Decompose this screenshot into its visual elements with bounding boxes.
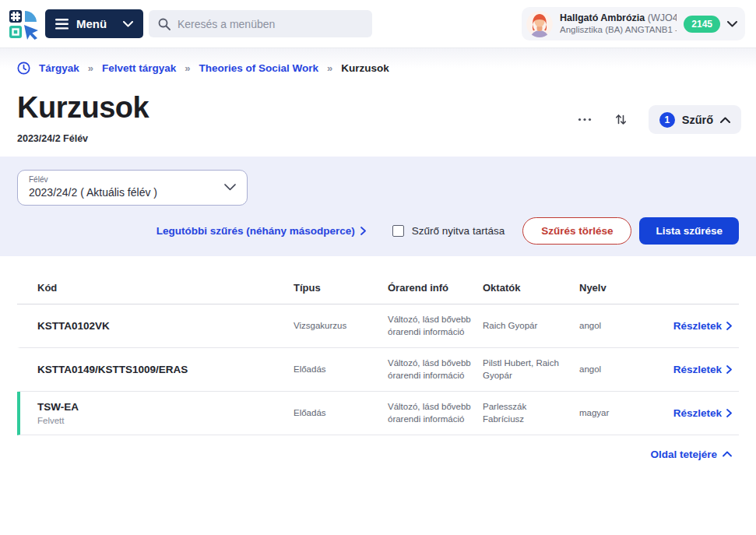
course-type: Előadás: [294, 407, 388, 419]
notification-badge: 2145: [684, 16, 720, 33]
details-link[interactable]: Részletek: [673, 320, 732, 332]
course-language: angol: [579, 363, 654, 375]
user-info: Hallgató Ambrózia (WJO4G3) Anglisztika (…: [560, 12, 677, 36]
chevron-right-icon: [360, 227, 366, 235]
chevron-up-icon: [720, 117, 730, 123]
keep-filter-open-group: Szűrő nyitva tartása: [392, 225, 505, 237]
history-clock-icon: [17, 62, 30, 75]
menu-label: Menü: [76, 17, 107, 30]
breadcrumb-targyak[interactable]: Tárgyak: [39, 62, 79, 74]
table-row: KSTTA0149/KSTTS1009/ERAS Előadás Változó…: [17, 348, 739, 392]
neptun-logo-icon: [8, 9, 39, 40]
clear-filter-button[interactable]: Szűrés törlése: [522, 217, 631, 245]
course-teachers: Pilstl Hubert, Raich Gyopár: [483, 357, 579, 382]
sort-icon[interactable]: [614, 112, 628, 127]
column-header-type: Típus: [294, 282, 388, 294]
breadcrumb: Tárgyak » Felvett tárgyak » Theories of …: [0, 48, 756, 81]
user-neptun-code: (WJO4G3): [648, 12, 677, 23]
table-row-enrolled: TSW-EA Felvett Előadás Változó, lásd bőv…: [17, 392, 739, 435]
title-actions: 1 Szűrő: [576, 105, 741, 134]
menu-button[interactable]: Menü: [45, 9, 143, 38]
filter-count-badge: 1: [659, 112, 675, 128]
breadcrumb-separator: »: [327, 62, 332, 74]
chevron-up-icon: [723, 451, 732, 457]
hamburger-icon: [55, 19, 69, 30]
details-label: Részletek: [673, 407, 722, 419]
courses-table: Kód Típus Órarend infó Oktatók Nyelv KST…: [17, 256, 739, 435]
column-header-teachers: Oktatók: [483, 282, 579, 294]
course-type: Vizsgakurzus: [294, 319, 388, 332]
semester-select[interactable]: Félév 2023/24/2 ( Aktuális félév ): [17, 170, 248, 206]
search-field[interactable]: [178, 18, 363, 30]
course-schedule: Változó, lásd bővebb órarendi információ: [388, 313, 483, 338]
apply-filter-button[interactable]: Lista szűrése: [639, 217, 739, 245]
keep-filter-open-label: Szűrő nyitva tartása: [412, 225, 505, 237]
details-label: Részletek: [673, 320, 722, 332]
user-program: Anglisztika (BA) ANGTANB1 - alapkép...: [560, 24, 677, 35]
chevron-right-icon: [726, 365, 732, 374]
breadcrumb-felvett-targyak[interactable]: Felvett tárgyak: [102, 62, 176, 74]
top-header: Menü Hallgató: [0, 0, 756, 48]
breadcrumb-subject[interactable]: Theories of Social Work: [199, 62, 319, 74]
user-menu[interactable]: Hallgató Ambrózia (WJO4G3) Anglisztika (…: [522, 7, 745, 40]
filter-actions: Legutóbbi szűrés (néhány másodperce) Szű…: [17, 217, 739, 245]
course-language: magyar: [579, 407, 654, 419]
course-type: Előadás: [294, 363, 388, 375]
details-link[interactable]: Részletek: [673, 364, 732, 375]
title-block: Kurzusok 2023/24/2 Félév: [17, 92, 149, 144]
semester-select-label: Félév: [29, 175, 236, 184]
search-icon: [158, 18, 171, 30]
chevron-down-icon: [224, 184, 236, 191]
page-subtitle: 2023/24/2 Félév: [17, 133, 149, 144]
table-row: KSTTA0102VK Vizsgakurzus Változó, lásd b…: [17, 304, 739, 348]
back-to-top-label: Oldal tetejére: [650, 449, 717, 460]
column-header-code: Kód: [37, 282, 294, 294]
chevron-down-icon: [727, 21, 737, 27]
course-code: KSTTA0149/KSTTS1009/ERAS: [37, 364, 284, 375]
recent-filter-link[interactable]: Legutóbbi szűrés (néhány másodperce): [156, 225, 366, 237]
details-link[interactable]: Részletek: [673, 407, 732, 419]
breadcrumb-current: Kurzusok: [341, 62, 389, 74]
course-code: TSW-EA: [37, 401, 284, 413]
search-input[interactable]: [149, 10, 372, 37]
back-to-top: Oldal tetejére: [0, 447, 732, 461]
breadcrumb-separator: »: [88, 62, 93, 74]
title-row: Kurzusok 2023/24/2 Félév 1 Szűrő: [0, 81, 756, 144]
course-language: angol: [579, 319, 654, 332]
chevron-right-icon: [726, 322, 732, 330]
chevron-right-icon: [726, 409, 732, 417]
course-status: Felvett: [37, 416, 284, 425]
breadcrumb-separator: »: [185, 62, 190, 74]
back-to-top-link[interactable]: Oldal tetejére: [650, 449, 732, 460]
avatar: [526, 11, 553, 37]
column-header-language: Nyelv: [579, 282, 654, 294]
course-schedule: Változó, lásd bővebb órarendi információ: [388, 400, 483, 425]
page-title: Kurzusok: [17, 92, 149, 125]
semester-select-value: 2023/24/2 ( Aktuális félév ): [29, 186, 236, 199]
course-code: KSTTA0102VK: [37, 320, 284, 332]
table-header: Kód Típus Órarend infó Oktatók Nyelv: [17, 256, 739, 304]
course-schedule: Változó, lásd bővebb órarendi információ: [388, 357, 483, 382]
filter-button[interactable]: 1 Szűrő: [649, 105, 741, 134]
recent-filter-label: Legutóbbi szűrés (néhány másodperce): [156, 225, 355, 237]
course-teachers: Raich Gyopár: [483, 319, 579, 332]
filter-panel: Félév 2023/24/2 ( Aktuális félév ) Legut…: [0, 157, 756, 256]
column-header-schedule: Órarend infó: [388, 282, 483, 294]
user-name: Hallgató Ambrózia: [560, 12, 645, 23]
filter-label: Szűrő: [682, 114, 713, 126]
chevron-down-icon: [123, 21, 133, 27]
keep-filter-open-checkbox[interactable]: [392, 225, 404, 237]
more-options-icon[interactable]: [576, 116, 593, 123]
course-teachers: Parlesszák Fabríciusz: [483, 400, 579, 425]
details-label: Részletek: [673, 364, 722, 375]
neptun-app: Menü Hallgató: [0, 0, 756, 535]
